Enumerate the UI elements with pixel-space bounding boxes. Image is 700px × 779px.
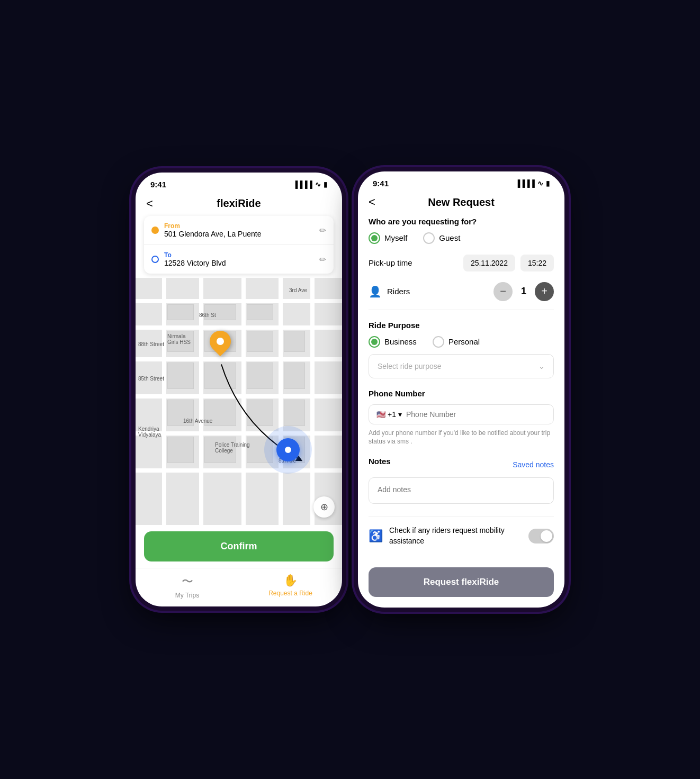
pickup-time[interactable]: 15:22 [520,255,554,271]
phone-input[interactable] [406,410,546,419]
address-card: From 501 Glendora Ave, La Puente ✏ To 12… [144,216,334,274]
pickup-date[interactable]: 25.11.2022 [463,255,515,271]
request-ride-icon: ✋ [283,574,298,587]
right-status-bar: 9:41 ▐▐▐▐ ∿ ▮ [358,171,564,192]
nav-request-ride[interactable]: ✋ Request a Ride [239,568,342,606]
left-back-button[interactable]: < [146,197,153,211]
screen-container: 9:41 ▐▐▐▐ ∿ ▮ < flexiRide From 501 Glend… [136,171,564,608]
personal-radio[interactable] [433,336,444,348]
phone-hint: Add your phone number if you'd like to b… [369,429,554,447]
riders-icon: 👤 [369,285,382,298]
option-business[interactable]: Business [369,336,417,348]
notes-header: Notes Saved notes [369,457,554,472]
notes-label: Notes [369,457,391,466]
option-guest[interactable]: Guest [423,232,460,244]
from-address-row[interactable]: From 501 Glendora Ave, La Puente ✏ [144,216,334,244]
request-flexi-button[interactable]: Request flexiRide [369,567,554,597]
country-code-text: +1 [388,410,396,419]
to-dot [151,256,159,263]
location-button[interactable]: ⊕ [313,496,335,518]
phone-input-row: 🇺🇸 +1 ▾ [369,404,554,424]
nav-my-trips[interactable]: 〜 My Trips [136,568,239,606]
from-content: From 501 Glendora Ave, La Puente [164,222,314,238]
to-address-row[interactable]: To 12528 Victory Blvd ✏ [144,244,334,274]
flag-icon: 🇺🇸 [376,410,385,419]
for-options: Myself Guest [369,232,554,244]
from-address: 501 Glendora Ave, La Puente [164,230,314,238]
request-body: Who are you requesting for? Myself Guest… [358,215,564,564]
destination-pin [276,438,300,461]
signal-icon: ▐▐▐▐ [293,180,312,188]
country-dropdown-icon: ▾ [398,410,402,419]
riders-label: Riders [387,287,493,296]
to-edit-icon[interactable]: ✏ [319,255,326,265]
right-page-title: New Request [428,196,495,209]
left-status-icons: ▐▐▐▐ ∿ ▮ [293,180,327,188]
ride-purpose-label: Ride Purpose [369,321,554,330]
business-radio[interactable] [369,336,380,348]
notes-section: Notes Saved notes [369,457,554,506]
guest-label: Guest [439,233,460,242]
right-phone: 9:41 ▐▐▐▐ ∿ ▮ < New Request Who are you … [358,171,564,608]
notes-input[interactable] [369,477,554,504]
personal-label: Personal [448,337,480,346]
right-signal-icon: ▐▐▐▐ [515,179,535,187]
ride-purpose-dropdown[interactable]: Select ride purpose ⌄ [369,354,554,378]
request-ride-label: Request a Ride [268,590,312,597]
phone-section: Phone Number 🇺🇸 +1 ▾ Add your phone numb… [369,389,554,447]
right-wifi-icon: ∿ [537,179,543,187]
to-address: 12528 Victory Blvd [164,259,314,267]
left-status-bar: 9:41 ▐▐▐▐ ∿ ▮ [136,173,342,193]
phone-number-label: Phone Number [369,389,554,398]
chevron-down-icon: ⌄ [539,362,545,370]
myself-radio[interactable] [369,232,380,244]
wifi-icon: ∿ [315,180,321,188]
who-label: Who are you requesting for? [369,217,554,226]
bottom-nav: 〜 My Trips ✋ Request a Ride [136,568,342,606]
route-svg [136,278,342,525]
option-personal[interactable]: Personal [433,336,480,348]
from-edit-icon[interactable]: ✏ [319,225,326,235]
left-phone: 9:41 ▐▐▐▐ ∿ ▮ < flexiRide From 501 Glend… [136,173,342,606]
pickup-time-label: Pick-up time [369,258,458,267]
left-page-title: flexiRide [217,197,261,210]
ride-purpose-section: Ride Purpose Business Personal Select ri… [369,321,554,378]
mobility-toggle[interactable] [528,529,554,544]
option-myself[interactable]: Myself [369,232,407,244]
left-header: < flexiRide [136,193,342,216]
my-trips-icon: 〜 [182,574,193,590]
country-code[interactable]: 🇺🇸 +1 ▾ [376,410,402,419]
battery-icon: ▮ [324,180,327,188]
confirm-button[interactable]: Confirm [144,531,334,561]
riders-decrease-button[interactable]: − [493,282,513,301]
right-header: < New Request [358,192,564,215]
to-label: To [164,251,314,259]
mobility-icon: ♿ [369,529,383,543]
right-battery-icon: ▮ [546,179,550,187]
purpose-options: Business Personal [369,336,554,348]
from-label: From [164,222,314,230]
business-label: Business [384,337,417,346]
left-time: 9:41 [150,180,166,189]
mobility-row: ♿ Check if any riders request mobility a… [369,517,554,555]
riders-row: 👤 Riders − 1 + [369,282,554,310]
riders-increase-button[interactable]: + [535,282,554,301]
to-content: To 12528 Victory Blvd [164,251,314,267]
myself-label: Myself [384,233,407,242]
ride-purpose-placeholder: Select ride purpose [378,362,442,370]
right-time: 9:41 [373,179,389,188]
right-back-button[interactable]: < [369,195,375,209]
from-dot [151,227,159,234]
pickup-time-row: Pick-up time 25.11.2022 15:22 [369,255,554,271]
riders-count: 1 [521,286,526,297]
saved-notes-link[interactable]: Saved notes [513,460,554,469]
map-area: NirmalaGirls HSS KendriyaVidyalaya Polic… [136,278,342,525]
guest-radio[interactable] [423,232,435,244]
right-status-icons: ▐▐▐▐ ∿ ▮ [515,179,550,187]
mobility-text: Check if any riders request mobility ass… [389,526,522,546]
my-trips-label: My Trips [175,592,199,599]
